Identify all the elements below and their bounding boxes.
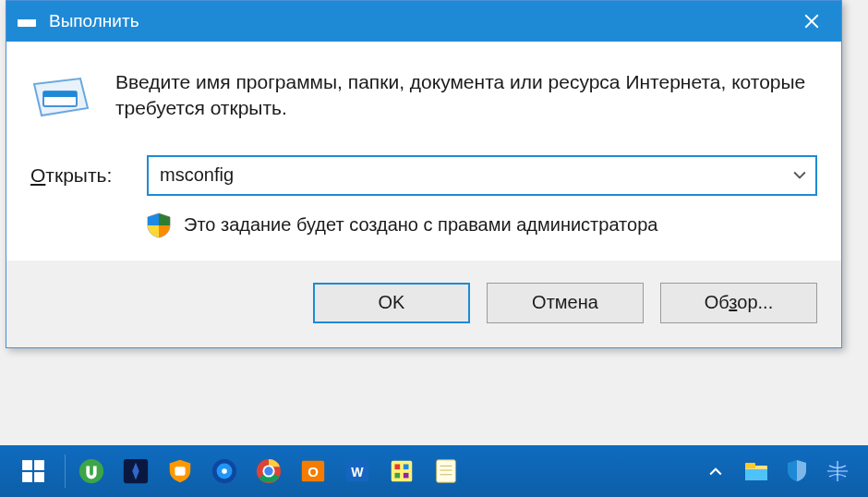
taskbar-app-chrome[interactable] [248,451,289,491]
svg-rect-1 [17,15,37,19]
dialog-title: Выполнить [49,11,782,31]
svg-text:W: W [351,465,364,479]
tray-explorer-icon[interactable] [742,457,770,485]
system-tray [702,457,861,485]
svg-rect-23 [392,461,413,482]
open-input[interactable] [147,155,817,196]
admin-note-row: Это задание будет создано с правами адми… [147,212,817,238]
close-button[interactable] [782,1,841,42]
taskbar-app-paint[interactable] [381,451,422,491]
taskbar-app-notes[interactable] [426,451,466,491]
browse-button[interactable]: Обзор... [660,283,817,323]
dialog-footer: OK Отмена Обзор... [6,261,841,347]
svg-rect-26 [395,473,401,479]
start-button[interactable] [7,445,59,497]
open-combobox[interactable] [147,155,817,196]
taskbar-app-onenote[interactable]: O [293,451,333,491]
run-dialog: Выполнить Введите имя программы, папки, … [6,0,842,348]
instruction-text: Введите имя программы, папки, документа … [115,69,817,122]
cancel-button[interactable]: Отмена [487,283,644,323]
svg-rect-34 [745,469,767,480]
svg-point-18 [264,467,272,475]
svg-point-15 [222,468,227,474]
taskbar-app-daemon-tools[interactable] [204,451,245,491]
open-label: Открыть: [30,164,130,187]
taskbar-app-antivirus[interactable] [160,451,200,491]
taskbar-app-utorrent[interactable] [71,451,112,491]
taskbar-divider [65,455,66,488]
svg-rect-33 [745,463,755,468]
run-icon [30,73,91,119]
svg-text:O: O [307,464,319,479]
tray-network-globe-icon[interactable] [824,457,851,485]
svg-point-10 [79,459,103,483]
admin-note-text: Это задание будет создано с правами адми… [184,214,657,236]
taskbar: O W [0,445,868,497]
svg-rect-12 [175,467,185,475]
taskbar-app-blizzard[interactable] [115,451,156,491]
uac-shield-icon [147,212,171,238]
svg-rect-7 [34,460,44,470]
svg-rect-8 [22,472,32,482]
taskbar-apps: O W [71,451,466,491]
chevron-up-icon [709,464,722,479]
svg-rect-6 [22,460,32,470]
svg-rect-28 [437,460,456,482]
svg-rect-25 [404,465,409,470]
tray-defender-icon[interactable] [783,457,811,485]
run-dialog-title-icon [16,12,38,30]
svg-rect-5 [43,91,77,97]
svg-rect-9 [34,472,44,482]
svg-rect-24 [395,465,401,470]
ok-button[interactable]: OK [313,283,470,323]
taskbar-app-word[interactable]: W [337,451,378,491]
tray-overflow-chevron[interactable] [702,457,729,485]
svg-rect-27 [404,473,409,479]
dialog-body: Введите имя программы, папки, документа … [6,42,841,261]
titlebar[interactable]: Выполнить [6,1,841,42]
